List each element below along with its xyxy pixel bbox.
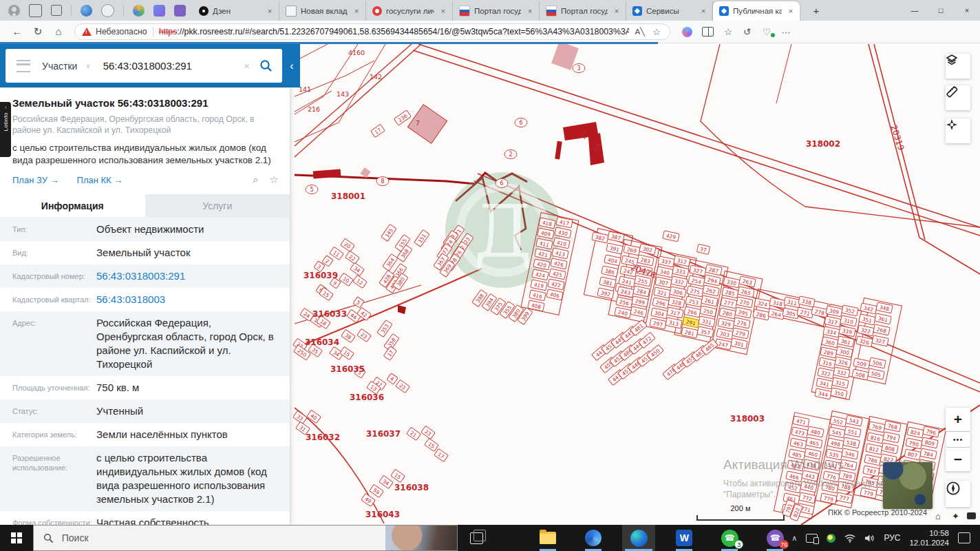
- parcel-label-304[interactable]: 304: [651, 308, 668, 319]
- sync-color-icon[interactable]: [133, 5, 145, 17]
- parcel-label-299[interactable]: 299: [632, 296, 648, 307]
- parcel-label-40[interactable]: 40: [307, 410, 321, 423]
- parcel-label-11[interactable]: 11: [330, 247, 344, 260]
- parcel-label-769[interactable]: 769: [869, 422, 885, 433]
- parcel-label-794[interactable]: 794: [883, 432, 899, 443]
- extensions-icon[interactable]: [174, 5, 186, 17]
- parcel-label-505[interactable]: 505: [868, 368, 884, 380]
- parcel-label-426[interactable]: 426: [551, 258, 567, 269]
- parcel-label-816[interactable]: 816: [867, 433, 884, 444]
- paused-extension-icon[interactable]: [101, 4, 114, 17]
- zoom-in-button[interactable]: +: [946, 408, 970, 431]
- parcel-label-318[interactable]: 318: [769, 298, 786, 309]
- parcel-label-311[interactable]: 311: [784, 297, 800, 308]
- parcel-label-49[interactable]: 49: [361, 493, 376, 506]
- parcel-label-386[interactable]: 386: [601, 266, 618, 277]
- parcel-label-419[interactable]: 419: [531, 280, 547, 291]
- zoom-out-button[interactable]: −: [946, 448, 970, 471]
- collapse-panel-button[interactable]: ‹: [284, 54, 300, 79]
- lotinfo-extension-tab[interactable]: › Lotinfo: [0, 102, 11, 157]
- split-screen-icon[interactable]: [702, 27, 714, 37]
- search-input[interactable]: 56:43:0318003:291: [103, 60, 244, 72]
- language-indicator[interactable]: РУС: [884, 533, 900, 543]
- parcel-label-295[interactable]: 295: [735, 307, 752, 318]
- globe-icon[interactable]: [81, 5, 92, 17]
- parcel-label-4[interactable]: 4: [387, 373, 398, 384]
- parcel-label-285[interactable]: 285: [722, 287, 738, 298]
- home-view-icon[interactable]: ⌂: [935, 511, 941, 521]
- parcel-label-303[interactable]: 303: [716, 329, 733, 340]
- start-button[interactable]: [0, 525, 33, 551]
- search-highlight-image[interactable]: [385, 526, 457, 550]
- parcel-label-284[interactable]: 284: [633, 286, 650, 297]
- tab-services[interactable]: Услуги: [145, 194, 290, 217]
- parcel-label-351[interactable]: 351: [859, 314, 875, 325]
- parcel-label-332[interactable]: 332: [833, 367, 850, 378]
- parcel-label-263[interactable]: 263: [739, 276, 756, 287]
- address-bar[interactable]: Небезопасно https://pkk.rosreestr.ru/#/s…: [74, 23, 670, 40]
- parcel-label-322[interactable]: 322: [858, 325, 874, 336]
- browser-tab-3[interactable]: госуслуги лич×: [366, 1, 453, 21]
- parcel-label-21[interactable]: 21: [407, 427, 421, 440]
- parcel-label-23[interactable]: 23: [357, 329, 372, 342]
- parcel-label-392[interactable]: 392: [597, 288, 614, 299]
- parcel-label-277[interactable]: 277: [721, 298, 737, 309]
- clear-search-icon[interactable]: ×: [244, 60, 250, 72]
- parcel-label-413[interactable]: 413: [552, 248, 568, 259]
- parcel-label-266[interactable]: 266: [684, 306, 701, 318]
- tab-close-icon[interactable]: ×: [265, 7, 275, 15]
- tab-information[interactable]: Информация: [0, 194, 145, 217]
- parcel-label-546[interactable]: 546: [842, 448, 858, 459]
- measure-button[interactable]: [946, 85, 970, 110]
- parcel-label-151[interactable]: 151: [414, 229, 429, 247]
- parcel-label-317[interactable]: 317: [824, 316, 841, 327]
- parcel-label-341[interactable]: 341: [816, 378, 833, 389]
- tab-close-icon[interactable]: ×: [612, 7, 621, 15]
- parcel-label-236[interactable]: 236: [394, 110, 411, 125]
- parcel-label-387[interactable]: 387: [608, 231, 624, 242]
- parcel-label-268[interactable]: 268: [873, 324, 890, 335]
- parcel-label-15[interactable]: 15: [425, 438, 439, 451]
- parcel-label-262[interactable]: 262: [703, 285, 719, 296]
- parcel-label-317[interactable]: 317: [667, 307, 683, 318]
- parcel-label-261[interactable]: 261: [701, 295, 718, 306]
- parcel-label-331[interactable]: 331: [699, 316, 715, 327]
- browser-tab-4[interactable]: Портал госуда×: [453, 1, 540, 21]
- parcel-label-334[interactable]: 334: [823, 326, 840, 337]
- clock[interactable]: 10:5812.01.2024: [909, 528, 949, 548]
- parcel-label-361[interactable]: 361: [875, 313, 891, 324]
- parcel-label-327[interactable]: 327: [872, 335, 888, 346]
- parcel-label-408[interactable]: 408: [528, 300, 544, 311]
- parcel-label-425[interactable]: 425: [549, 269, 566, 280]
- parcel-label-391[interactable]: 391: [606, 243, 623, 254]
- parcel-label-17[interactable]: 17: [434, 448, 449, 461]
- parcel-label-471[interactable]: 471: [793, 416, 809, 427]
- edge-button[interactable]: [622, 525, 655, 551]
- parcel-label-352[interactable]: 352: [842, 305, 858, 316]
- parcel-label-404[interactable]: 404: [604, 255, 621, 266]
- task-view-button[interactable]: [463, 525, 491, 551]
- quarter-label-316034[interactable]: 316034: [305, 337, 339, 347]
- home-button[interactable]: ⌂: [48, 25, 69, 38]
- connect-display-icon[interactable]: [806, 534, 818, 543]
- browser-tab-7[interactable]: Публичная ка×: [713, 1, 800, 21]
- parcel-label-498[interactable]: 498: [827, 438, 844, 449]
- parcel-label-364[interactable]: 364: [383, 253, 398, 271]
- favorite-parcel-icon[interactable]: ☆: [270, 174, 279, 186]
- security-warning-label[interactable]: Небезопасно: [96, 27, 147, 37]
- parcel-label-10[interactable]: 10: [339, 273, 354, 286]
- parcel-label-357[interactable]: 357: [697, 326, 714, 337]
- parcel-label-38[interactable]: 38: [341, 329, 356, 342]
- parcel-label-23[interactable]: 23: [421, 426, 436, 439]
- copilot-icon[interactable]: [682, 27, 692, 37]
- parcel-label-422[interactable]: 422: [548, 279, 564, 290]
- tab-close-icon[interactable]: ×: [352, 7, 361, 15]
- parcel-badge-6[interactable]: 6: [496, 179, 508, 188]
- parcel-label-545[interactable]: 545: [829, 427, 845, 438]
- parcel-label-361[interactable]: 361: [838, 336, 854, 347]
- parcel-label-326[interactable]: 326: [835, 357, 851, 368]
- parcel-label-809[interactable]: 809: [922, 437, 938, 448]
- parcel-label-17[interactable]: 17: [383, 346, 396, 361]
- parcel-label-784[interactable]: 784: [920, 448, 937, 459]
- row-value-link[interactable]: 56:43:0318003: [96, 293, 290, 306]
